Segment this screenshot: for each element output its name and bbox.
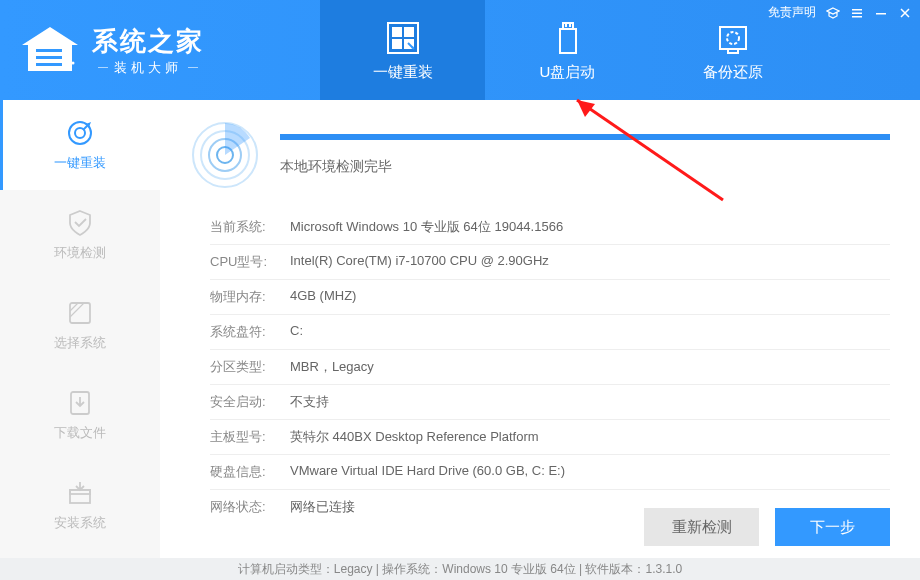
info-value: 4GB (MHZ) bbox=[290, 288, 356, 306]
tab-label: 一键重装 bbox=[373, 63, 433, 82]
info-label: 当前系统: bbox=[210, 218, 290, 236]
progress-bar bbox=[280, 134, 890, 140]
sidebar-item-download[interactable]: 下载文件 bbox=[0, 370, 160, 460]
info-row: 硬盘信息:VMware Virtual IDE Hard Drive (60.0… bbox=[210, 455, 890, 490]
app-subtitle: 装机大师 bbox=[92, 59, 204, 77]
svg-rect-2 bbox=[36, 63, 62, 66]
sidebar-item-reinstall[interactable]: 一键重装 bbox=[0, 100, 160, 190]
windows-reinstall-icon bbox=[384, 19, 422, 57]
sidebar-label: 一键重装 bbox=[54, 154, 106, 172]
svg-rect-20 bbox=[852, 16, 862, 18]
close-icon[interactable] bbox=[898, 6, 912, 20]
svg-rect-28 bbox=[70, 490, 90, 494]
svg-rect-21 bbox=[876, 13, 886, 15]
info-row: CPU型号:Intel(R) Core(TM) i7-10700 CPU @ 2… bbox=[210, 245, 890, 280]
svg-rect-6 bbox=[392, 27, 402, 37]
svg-rect-25 bbox=[70, 303, 90, 323]
svg-rect-14 bbox=[569, 24, 571, 27]
svg-rect-18 bbox=[852, 9, 862, 11]
tab-usb-boot[interactable]: U盘启动 bbox=[485, 0, 650, 100]
select-icon bbox=[65, 298, 95, 328]
svg-rect-8 bbox=[392, 39, 402, 49]
info-value: C: bbox=[290, 323, 303, 341]
svg-rect-13 bbox=[565, 24, 567, 27]
svg-point-4 bbox=[72, 62, 75, 65]
info-row: 安全启动:不支持 bbox=[210, 385, 890, 420]
minimize-icon[interactable] bbox=[874, 6, 888, 20]
radar-icon bbox=[190, 120, 260, 190]
system-info-list: 当前系统:Microsoft Windows 10 专业版 64位 19044.… bbox=[210, 210, 890, 524]
svg-point-16 bbox=[727, 32, 739, 44]
info-row: 当前系统:Microsoft Windows 10 专业版 64位 19044.… bbox=[210, 210, 890, 245]
svg-rect-0 bbox=[36, 49, 62, 52]
info-value: 不支持 bbox=[290, 393, 329, 411]
info-value: VMware Virtual IDE Hard Drive (60.0 GB, … bbox=[290, 463, 565, 481]
sidebar-label: 选择系统 bbox=[54, 334, 106, 352]
info-label: 主板型号: bbox=[210, 428, 290, 446]
svg-rect-12 bbox=[560, 29, 576, 53]
disclaimer-link[interactable]: 免责声明 bbox=[768, 4, 816, 21]
info-value: Microsoft Windows 10 专业版 64位 19044.1566 bbox=[290, 218, 563, 236]
tab-label: 备份还原 bbox=[703, 63, 763, 82]
info-row: 系统盘符:C: bbox=[210, 315, 890, 350]
svg-rect-7 bbox=[404, 27, 414, 37]
shield-icon bbox=[65, 208, 95, 238]
graduate-icon[interactable] bbox=[826, 6, 840, 20]
logo-area: 系统之家 装机大师 bbox=[0, 24, 320, 77]
info-value: MBR，Legacy bbox=[290, 358, 374, 376]
main-panel: 本地环境检测完毕 当前系统:Microsoft Windows 10 专业版 6… bbox=[160, 100, 920, 558]
app-logo-icon bbox=[20, 25, 80, 75]
info-label: 网络状态: bbox=[210, 498, 290, 516]
sidebar-item-install[interactable]: 安装系统 bbox=[0, 460, 160, 550]
scan-status: 本地环境检测完毕 bbox=[280, 158, 890, 176]
info-value: Intel(R) Core(TM) i7-10700 CPU @ 2.90GHz bbox=[290, 253, 549, 271]
svg-rect-15 bbox=[720, 27, 746, 49]
info-label: 安全启动: bbox=[210, 393, 290, 411]
backup-icon bbox=[714, 19, 752, 57]
top-tabs: 一键重装 U盘启动 备份还原 bbox=[320, 0, 815, 100]
usb-icon bbox=[549, 19, 587, 57]
rescan-button[interactable]: 重新检测 bbox=[644, 508, 759, 546]
info-label: 硬盘信息: bbox=[210, 463, 290, 481]
tab-label: U盘启动 bbox=[540, 63, 596, 82]
titlebar: 免责声明 bbox=[768, 4, 912, 21]
app-title: 系统之家 bbox=[92, 24, 204, 59]
sidebar-label: 环境检测 bbox=[54, 244, 106, 262]
info-row: 物理内存:4GB (MHZ) bbox=[210, 280, 890, 315]
install-icon bbox=[65, 478, 95, 508]
info-value: 英特尔 440BX Desktop Reference Platform bbox=[290, 428, 539, 446]
target-icon bbox=[65, 118, 95, 148]
svg-rect-19 bbox=[852, 12, 862, 14]
tab-reinstall[interactable]: 一键重装 bbox=[320, 0, 485, 100]
svg-rect-17 bbox=[728, 49, 738, 53]
footer-status: 计算机启动类型：Legacy | 操作系统：Windows 10 专业版 64位… bbox=[0, 558, 920, 580]
next-button[interactable]: 下一步 bbox=[775, 508, 890, 546]
svg-rect-27 bbox=[70, 490, 90, 503]
svg-rect-1 bbox=[36, 56, 62, 59]
svg-point-3 bbox=[66, 65, 70, 69]
info-row: 分区类型:MBR，Legacy bbox=[210, 350, 890, 385]
info-label: 物理内存: bbox=[210, 288, 290, 306]
sidebar: 一键重装 环境检测 选择系统 下载文件 安装系统 bbox=[0, 100, 160, 558]
info-row: 主板型号:英特尔 440BX Desktop Reference Platfor… bbox=[210, 420, 890, 455]
sidebar-item-env[interactable]: 环境检测 bbox=[0, 190, 160, 280]
info-value: 网络已连接 bbox=[290, 498, 355, 516]
menu-icon[interactable] bbox=[850, 6, 864, 20]
download-icon bbox=[65, 388, 95, 418]
sidebar-label: 安装系统 bbox=[54, 514, 106, 532]
sidebar-item-select[interactable]: 选择系统 bbox=[0, 280, 160, 370]
info-label: 分区类型: bbox=[210, 358, 290, 376]
header: 系统之家 装机大师 一键重装 U盘启动 备份还原 免责声明 bbox=[0, 0, 920, 100]
info-label: CPU型号: bbox=[210, 253, 290, 271]
info-label: 系统盘符: bbox=[210, 323, 290, 341]
sidebar-label: 下载文件 bbox=[54, 424, 106, 442]
